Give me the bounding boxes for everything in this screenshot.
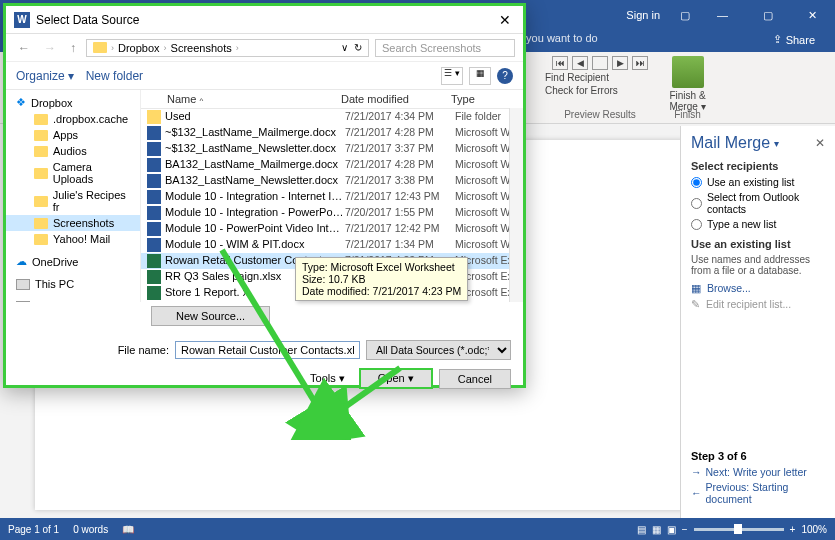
tree-item[interactable]: Camera Uploads <box>6 159 140 187</box>
zoom-slider[interactable] <box>694 528 784 531</box>
radio-new-list[interactable]: Type a new list <box>691 218 825 230</box>
prev-step-link[interactable]: ←Previous: Starting document <box>691 481 825 505</box>
word-count[interactable]: 0 words <box>73 524 108 535</box>
record-box[interactable] <box>592 56 608 70</box>
finish-merge-icon[interactable] <box>672 56 704 88</box>
view-details-icon[interactable]: ☰ ▾ <box>441 67 463 85</box>
tree-item[interactable]: Audios <box>6 143 140 159</box>
preview-group-label: Preview Results <box>545 109 655 120</box>
filename-label: File name: <box>118 344 169 356</box>
zoom-in-button[interactable]: + <box>790 524 796 535</box>
file-type-filter[interactable]: All Data Sources (*.odc;*.mdb;* <box>366 340 511 360</box>
proofing-icon[interactable]: 📖 <box>122 524 134 535</box>
mail-merge-pane: Mail Merge▾ ✕ Select recipients Use an e… <box>680 126 835 518</box>
breadcrumb[interactable]: › Dropbox › Screenshots › ∨ ↻ <box>86 39 369 57</box>
col-type[interactable]: Type <box>451 93 523 105</box>
ribbon-display-icon[interactable]: ▢ <box>670 0 700 30</box>
browse-link[interactable]: ▦Browse... <box>691 282 825 294</box>
finish-group-label: Finish <box>660 109 715 120</box>
tree-item[interactable]: Apps <box>6 127 140 143</box>
ribbon-preview-group: ⏮ ◀ ▶ ⏭ Find Recipient Check for Errors … <box>545 54 655 122</box>
dialog-close-icon[interactable]: ✕ <box>495 12 515 28</box>
tree-item[interactable]: Yahoo! Mail <box>6 231 140 247</box>
tools-dropdown[interactable]: Tools ▾ <box>310 372 345 385</box>
cancel-button[interactable]: Cancel <box>439 369 511 389</box>
merge-step-footer: Step 3 of 6 →Next: Write your letter ←Pr… <box>691 450 825 508</box>
share-icon: ⇪ <box>773 33 782 46</box>
merge-pane-title: Mail Merge▾ ✕ <box>691 134 825 152</box>
file-row[interactable]: Module 10 - Integration - PowerPoint.doc… <box>141 205 523 221</box>
page-indicator[interactable]: Page 1 of 1 <box>8 524 59 535</box>
tree-onedrive[interactable]: ☁OneDrive <box>6 253 140 270</box>
find-recipient-button[interactable]: Find Recipient <box>545 72 655 83</box>
organize-button[interactable]: Organize ▾ <box>16 69 74 83</box>
col-name[interactable]: Name ^ <box>141 93 341 105</box>
use-existing-label: Use an existing list <box>691 238 825 250</box>
file-row[interactable]: Module 10 - Integration - Internet Integ… <box>141 189 523 205</box>
tree-item[interactable]: Screenshots <box>6 215 140 231</box>
file-row[interactable]: ~$132_LastName_Newsletter.docx7/21/2017 … <box>141 141 523 157</box>
file-row[interactable]: BA132_LastName_Mailmerge.docx7/21/2017 4… <box>141 157 523 173</box>
close-button[interactable]: ✕ <box>790 0 835 30</box>
next-record-icon[interactable]: ▶ <box>612 56 628 70</box>
nav-back-icon[interactable]: ← <box>14 41 34 55</box>
file-tooltip: Type: Microsoft Excel Worksheet Size: 10… <box>295 257 468 301</box>
minimize-button[interactable]: — <box>700 0 745 30</box>
ribbon-finish-group: Finish & Merge ▾ Finish <box>660 54 715 122</box>
next-step-link[interactable]: →Next: Write your letter <box>691 466 825 478</box>
edit-icon: ✎ <box>691 298 700 310</box>
view-read-icon[interactable]: ▤ <box>637 524 646 535</box>
col-date[interactable]: Date modified <box>341 93 451 105</box>
zoom-level[interactable]: 100% <box>801 524 827 535</box>
radio-outlook[interactable]: Select from Outlook contacts <box>691 191 825 215</box>
zoom-out-button[interactable]: − <box>682 524 688 535</box>
merge-pane-close-icon[interactable]: ✕ <box>815 136 825 150</box>
tree-item[interactable]: .dropbox.cache <box>6 111 140 127</box>
new-folder-button[interactable]: New folder <box>86 69 143 83</box>
tree-dropbox[interactable]: ❖Dropbox <box>6 94 140 111</box>
file-row[interactable]: ~$132_LastName_Mailmerge.docx7/21/2017 4… <box>141 125 523 141</box>
first-record-icon[interactable]: ⏮ <box>552 56 568 70</box>
sign-in-link[interactable]: Sign in <box>616 0 670 30</box>
step-label: Step 3 of 6 <box>691 450 825 462</box>
dialog-toolbar: Organize ▾ New folder ☰ ▾ ▦ ? <box>6 62 523 90</box>
tree-thispc[interactable]: This PC <box>6 276 140 292</box>
nav-up-icon[interactable]: ↑ <box>66 41 80 55</box>
file-row[interactable]: Used7/21/2017 4:34 PMFile folder <box>141 109 523 125</box>
scrollbar[interactable] <box>509 108 523 302</box>
tree-network[interactable]: Network <box>6 298 140 302</box>
search-input[interactable]: Search Screenshots <box>375 39 515 57</box>
status-bar: Page 1 of 1 0 words 📖 ▤ ▦ ▣ − + 100% <box>0 518 835 540</box>
share-button[interactable]: ⇪Share <box>763 30 825 49</box>
file-row[interactable]: Module 10 - WIM & PIT.docx7/21/2017 1:34… <box>141 237 523 253</box>
prev-record-icon[interactable]: ◀ <box>572 56 588 70</box>
titlebar-controls: Sign in ▢ — ▢ ✕ <box>616 0 835 30</box>
dialog-title: Select Data Source <box>36 13 139 27</box>
file-row[interactable]: Module 10 - PowerPoint Video Integratio.… <box>141 221 523 237</box>
use-existing-desc: Use names and addresses from a file or a… <box>691 254 825 276</box>
folder-tree: ❖Dropbox .dropbox.cacheAppsAudiosCamera … <box>6 90 141 302</box>
new-source-button[interactable]: New Source... <box>151 306 270 326</box>
view-web-icon[interactable]: ▣ <box>667 524 676 535</box>
dialog-navbar: ← → ↑ › Dropbox › Screenshots › ∨ ↻ Sear… <box>6 34 523 62</box>
tree-item[interactable]: Julie's Recipes fr <box>6 187 140 215</box>
nav-forward-icon[interactable]: → <box>40 41 60 55</box>
last-record-icon[interactable]: ⏭ <box>632 56 648 70</box>
open-button[interactable]: Open ▾ <box>359 368 433 389</box>
edit-recipients-link[interactable]: ✎Edit recipient list... <box>691 298 825 310</box>
file-list-header: Name ^ Date modified Type <box>141 90 523 109</box>
view-print-icon[interactable]: ▦ <box>652 524 661 535</box>
breadcrumb-folder-icon <box>93 42 107 53</box>
dialog-footer: File name: All Data Sources (*.odc;*.mdb… <box>6 330 523 399</box>
file-row[interactable]: BA132_LastName_Newsletter.docx7/21/2017 … <box>141 173 523 189</box>
check-errors-button[interactable]: Check for Errors <box>545 85 655 96</box>
radio-existing-list[interactable]: Use an existing list <box>691 176 825 188</box>
dialog-titlebar: W Select Data Source ✕ <box>6 6 523 34</box>
help-icon[interactable]: ? <box>497 68 513 84</box>
view-preview-icon[interactable]: ▦ <box>469 67 491 85</box>
select-recipients-label: Select recipients <box>691 160 825 172</box>
browse-icon: ▦ <box>691 282 701 294</box>
tell-me-label[interactable]: t you want to do <box>520 32 598 44</box>
maximize-button[interactable]: ▢ <box>745 0 790 30</box>
filename-input[interactable] <box>175 341 360 359</box>
